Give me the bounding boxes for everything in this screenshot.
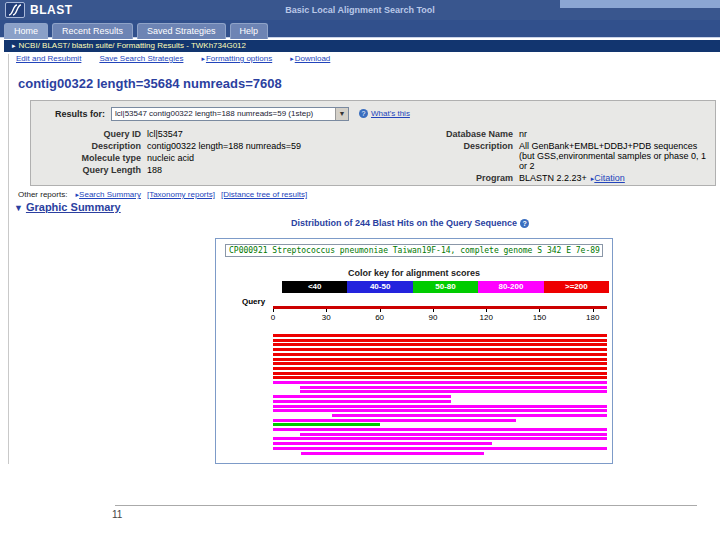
field-label: Query ID bbox=[55, 129, 141, 139]
axis-tick-label: 60 bbox=[370, 313, 390, 322]
footer-divider bbox=[115, 505, 697, 506]
header-subtitle: Basic Local Alignment Search Tool bbox=[0, 5, 720, 15]
axis-tick bbox=[433, 309, 434, 312]
alignment-hit-bar[interactable] bbox=[273, 409, 607, 412]
other-reports-label: Other reports: bbox=[18, 190, 67, 199]
other-reports-row: Other reports: ▸Search Summary[Taxonomy … bbox=[18, 190, 307, 199]
query-fields: Query IDlcl|53547Descriptioncontig00322 … bbox=[55, 129, 301, 177]
results-toolbar: Edit and ResubmitSave Search Strategies▸… bbox=[16, 54, 348, 66]
alignment-hit-bar[interactable] bbox=[301, 452, 484, 455]
toolbar-link-save-search-strategies[interactable]: Save Search Strategies bbox=[99, 54, 183, 63]
report-link-taxonomy-reports[interactable]: [Taxonomy reports] bbox=[147, 190, 215, 199]
results-for-select[interactable]: lcl|53547 contig00322 length=188 numread… bbox=[111, 107, 349, 121]
whats-this-link[interactable]: ? What's this bbox=[359, 109, 410, 118]
tab-bar: HomeRecent ResultsSaved StrategiesHelp bbox=[0, 20, 720, 38]
alignment-hit-bar[interactable] bbox=[273, 437, 607, 440]
alignment-hit-bar[interactable] bbox=[273, 428, 607, 431]
report-link-label: [Taxonomy reports] bbox=[147, 190, 215, 199]
alignment-hit-bar[interactable] bbox=[273, 419, 516, 422]
breadcrumb-arrow-icon: ▸ bbox=[12, 42, 16, 49]
field-label: Description bbox=[427, 141, 513, 151]
alignment-hit-bar[interactable] bbox=[300, 390, 607, 393]
toolbar-link-label: Save Search Strategies bbox=[99, 54, 183, 63]
color-key-segment: 40-50 bbox=[347, 281, 412, 293]
report-link-search-summary[interactable]: ▸Search Summary bbox=[76, 190, 141, 199]
axis-tick bbox=[326, 309, 327, 312]
axis-tick bbox=[273, 309, 274, 312]
alignment-hit-bar[interactable] bbox=[332, 414, 607, 417]
alignment-hit-bar[interactable] bbox=[300, 386, 607, 389]
field-row: Molecule typenucleic acid bbox=[55, 153, 301, 163]
alignment-hit-bar[interactable] bbox=[273, 334, 607, 337]
page-title: contig00322 length=35684 numreads=7608 bbox=[18, 76, 282, 91]
graphic-summary-header[interactable]: ▼Graphic Summary bbox=[14, 201, 121, 213]
axis-tick bbox=[486, 309, 487, 312]
results-for-label: Results for: bbox=[55, 109, 105, 119]
field-row: Descriptioncontig00322 length=188 numrea… bbox=[55, 141, 301, 151]
report-link-distance-tree-of-results[interactable]: [Distance tree of results] bbox=[221, 190, 307, 199]
toolbar-link-label: Formatting options bbox=[206, 54, 272, 63]
axis-tick-label: 180 bbox=[583, 313, 603, 322]
field-row: DescriptionAll GenBank+EMBL+DDBJ+PDB seq… bbox=[427, 141, 715, 171]
axis-tick-label: 120 bbox=[476, 313, 496, 322]
breadcrumb: ▸NCBI/ BLAST/ blastn suite/ Formatting R… bbox=[4, 40, 720, 52]
tab-saved-strategies[interactable]: Saved Strategies bbox=[137, 23, 226, 39]
header-bar: BLAST Basic Local Alignment Search Tool bbox=[0, 0, 720, 20]
help-icon: ? bbox=[359, 109, 368, 118]
results-for-row: Results for: lcl|53547 contig00322 lengt… bbox=[55, 106, 410, 121]
info-icon[interactable]: ? bbox=[520, 219, 529, 228]
field-label: Program bbox=[427, 173, 513, 183]
alignment-hit-bar[interactable] bbox=[273, 367, 607, 370]
alignment-hit-bar[interactable] bbox=[273, 395, 451, 398]
citation-link-label: Citation bbox=[594, 173, 625, 183]
toolbar-link-formatting-options[interactable]: ▸Formatting options bbox=[201, 54, 272, 63]
axis-tick-label: 90 bbox=[423, 313, 443, 322]
field-row: Query Length188 bbox=[55, 165, 301, 175]
toolbar-link-label: Download bbox=[295, 54, 331, 63]
alignment-hit-bar[interactable] bbox=[273, 343, 607, 346]
results-summary-panel: Results for: lcl|53547 contig00322 lengt… bbox=[30, 100, 716, 186]
report-link-label: Search Summary bbox=[79, 190, 141, 199]
field-label: Database Name bbox=[427, 129, 513, 139]
field-row: ProgramBLASTN 2.2.23+▸Citation bbox=[427, 173, 715, 184]
alignment-hit-bar[interactable] bbox=[273, 348, 607, 351]
alignment-hit-bar[interactable] bbox=[273, 376, 607, 379]
tab-home[interactable]: Home bbox=[4, 23, 48, 39]
field-value: nr bbox=[519, 129, 527, 139]
breadcrumb-text[interactable]: NCBI/ BLAST/ blastn suite/ Formatting Re… bbox=[19, 41, 247, 50]
color-key-segment: >=200 bbox=[544, 281, 609, 293]
field-value: lcl|53547 bbox=[147, 129, 183, 139]
alignment-hit-bar[interactable] bbox=[273, 339, 607, 342]
hit-readout-box[interactable]: CP000921 Streptococcus pneumoniae Taiwan… bbox=[225, 244, 603, 257]
field-value: 188 bbox=[147, 165, 162, 175]
chevron-down-icon[interactable]: ▼ bbox=[335, 108, 348, 120]
alignment-hit-bar[interactable] bbox=[273, 372, 607, 375]
citation-link[interactable]: ▸Citation bbox=[591, 173, 625, 184]
alignment-hit-bar[interactable] bbox=[273, 442, 492, 445]
toolbar-link-download[interactable]: ▸Download bbox=[290, 54, 330, 63]
alignment-hit-bar[interactable] bbox=[273, 447, 607, 450]
alignment-hit-bar[interactable] bbox=[273, 423, 380, 426]
alignment-hit-bar[interactable] bbox=[273, 405, 607, 408]
slide-page-number: 11 bbox=[112, 509, 122, 520]
alignment-hit-bar[interactable] bbox=[273, 362, 607, 365]
toolbar-link-edit-and-resubmit[interactable]: Edit and Resubmit bbox=[16, 54, 81, 63]
arrow-icon: ▸ bbox=[201, 55, 205, 62]
alignment-hit-bar[interactable] bbox=[273, 400, 451, 403]
tab-recent-results[interactable]: Recent Results bbox=[52, 23, 133, 39]
field-value: contig00322 length=188 numreads=59 bbox=[147, 141, 301, 151]
axis-tick bbox=[380, 309, 381, 312]
alignment-hit-bar[interactable] bbox=[273, 353, 607, 356]
alignment-hit-bar[interactable] bbox=[300, 433, 607, 436]
field-value: BLASTN 2.2.23+ bbox=[519, 173, 587, 183]
collapse-triangle-icon: ▼ bbox=[14, 203, 23, 213]
field-value: All GenBank+EMBL+DDBJ+PDB sequences (but… bbox=[519, 141, 715, 171]
database-fields: Database NamenrDescriptionAll GenBank+EM… bbox=[427, 129, 715, 186]
report-link-label: [Distance tree of results] bbox=[221, 190, 307, 199]
alignment-hit-bar[interactable] bbox=[273, 381, 607, 384]
color-key-segment: <40 bbox=[282, 281, 347, 293]
axis-tick-label: 0 bbox=[263, 313, 283, 322]
field-label: Query Length bbox=[55, 165, 141, 175]
alignment-hit-bar[interactable] bbox=[273, 358, 607, 361]
tab-help[interactable]: Help bbox=[230, 23, 269, 39]
